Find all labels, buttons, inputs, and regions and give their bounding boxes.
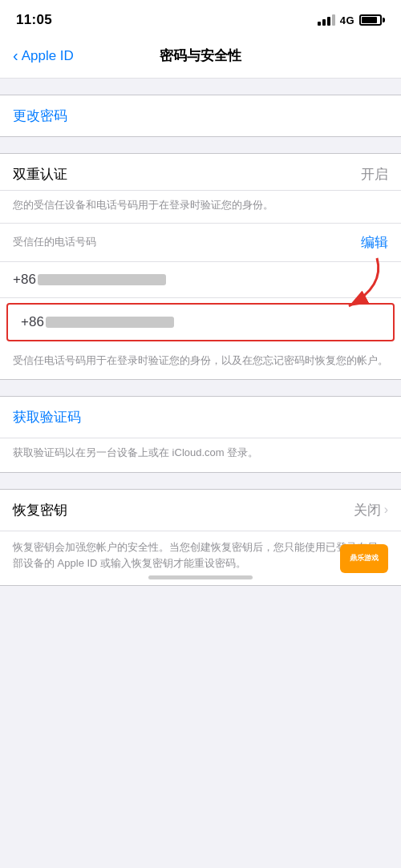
get-code-link[interactable]: 获取验证码 <box>13 410 81 425</box>
two-factor-section: 双重认证 开启 您的受信任设备和电话号码用于在登录时验证您的身份。 受信任的电话… <box>0 153 401 380</box>
two-factor-header: 双重认证 开启 <box>0 154 401 191</box>
chevron-left-icon: ‹ <box>13 47 18 63</box>
network-label: 4G <box>340 14 354 26</box>
recovery-status-row: 关闭 › <box>354 501 388 519</box>
change-password-section: 更改密码 <box>0 95 401 137</box>
status-icons: 4G <box>318 14 385 26</box>
back-button[interactable]: ‹ Apple ID <box>13 48 74 64</box>
get-code-description: 获取验证码以在另一台设备上或在 iCloud.com 登录。 <box>0 438 401 472</box>
phone-row-1: +86 <box>0 262 401 298</box>
get-code-row[interactable]: 获取验证码 <box>0 397 401 438</box>
back-label: Apple ID <box>22 48 74 64</box>
signal-icon <box>318 14 335 26</box>
change-password-row[interactable]: 更改密码 <box>0 95 401 136</box>
change-password-link[interactable]: 更改密码 <box>13 108 67 123</box>
recovery-header[interactable]: 恢复密钥 关闭 › <box>0 490 401 531</box>
watermark: 鼎乐游戏 <box>340 544 388 573</box>
status-time: 11:05 <box>16 12 52 28</box>
phone-number-1: +86 <box>13 272 166 287</box>
recovery-title: 恢复密钥 <box>13 501 67 519</box>
phone-row-2-highlighted: +86 <box>6 303 395 341</box>
edit-button[interactable]: 编辑 <box>361 233 388 252</box>
trusted-phone-label: 受信任的电话号码 <box>13 235 96 249</box>
battery-icon <box>359 14 385 26</box>
two-factor-title: 双重认证 <box>13 165 67 184</box>
trusted-phone-header: 受信任的电话号码 编辑 <box>0 224 401 262</box>
home-indicator <box>148 575 253 579</box>
status-bar: 11:05 4G <box>0 0 401 35</box>
phone-number-2: +86 <box>21 314 174 329</box>
nav-bar: ‹ Apple ID 密码与安全性 <box>0 35 401 79</box>
two-factor-description: 您的受信任设备和电话号码用于在登录时验证您的身份。 <box>0 191 401 224</box>
page-title: 密码与安全性 <box>160 46 241 65</box>
trusted-note: 受信任电话号码用于在登录时验证您的身份，以及在您忘记密码时恢复您的帐户。 <box>0 345 401 380</box>
recovery-status: 关闭 <box>354 501 381 519</box>
phone-blur-1 <box>38 274 166 285</box>
get-code-section: 获取验证码 获取验证码以在另一台设备上或在 iCloud.com 登录。 <box>0 396 401 473</box>
two-factor-status: 开启 <box>361 165 388 184</box>
phone-blur-2 <box>46 317 174 328</box>
chevron-right-icon: › <box>384 503 388 517</box>
